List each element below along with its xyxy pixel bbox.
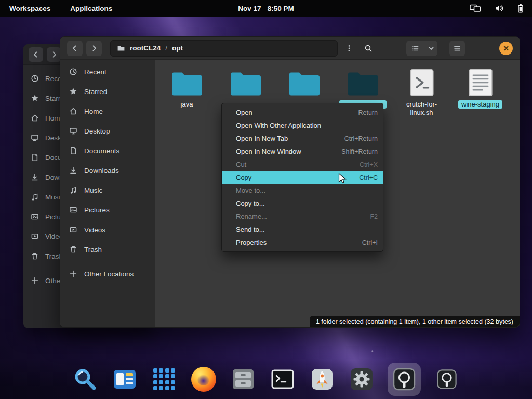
menu-item-open-in-new-tab[interactable]: Open In New TabCtrl+Return (222, 132, 383, 145)
dock-item-firefox[interactable] (190, 366, 217, 393)
trash-icon (31, 252, 39, 260)
files-app-icon (112, 367, 137, 392)
shortcut-label: Ctrl+I (362, 239, 378, 246)
hamburger-icon (453, 44, 461, 52)
sidebar-item-documents[interactable]: Documents (60, 141, 155, 161)
sidebar-item-label: Home (84, 108, 103, 115)
dock-item-app-grid[interactable] (151, 366, 178, 393)
sidebar-item-trash[interactable]: Trash (60, 240, 155, 259)
sidebar-item-recent[interactable]: Recent (60, 62, 155, 82)
drawer-app-icon (231, 367, 256, 392)
status-bar: 1 folder selected (containing 1 item), 1… (310, 316, 520, 328)
sidebar-item-other-locations[interactable]: Other Locations (60, 264, 155, 284)
top-bar: Workspaces Applications Nov 17 8:50 PM (0, 0, 532, 17)
context-menu: OpenReturn Open With Other Application O… (221, 103, 383, 252)
headerbar[interactable]: rootCL24 / opt — ✕ (60, 37, 520, 60)
back-arrow-icon (71, 44, 79, 52)
applications-button[interactable]: Applications (70, 5, 112, 12)
list-view-button[interactable] (406, 41, 424, 56)
desktop-icon (69, 127, 77, 135)
sidebar-item-label: Trash (84, 246, 102, 254)
system-tray (470, 4, 532, 13)
home-icon (31, 114, 39, 122)
sidebar-item-label: Pictures (84, 206, 110, 214)
sidebar-item-label: Other Locations (84, 270, 134, 278)
text-file-icon (469, 68, 493, 97)
dock-item-loupe-active[interactable] (388, 363, 421, 396)
search-button[interactable] (361, 41, 376, 56)
menu-item-send-to[interactable]: Send to... (222, 223, 383, 236)
video-icon (69, 225, 77, 234)
list-view-icon (411, 44, 419, 52)
file-item-wine-staging[interactable]: wine-staging (454, 66, 507, 117)
sidebar: Recent Starred Home Desktop Documents Do… (60, 60, 155, 328)
menu-item-open-with-other-application[interactable]: Open With Other Application (222, 119, 383, 132)
file-item-java[interactable]: java (161, 66, 213, 117)
clock-icon (31, 74, 39, 83)
file-label: java (181, 100, 193, 109)
displays-icon[interactable] (470, 4, 481, 13)
picture-icon (69, 206, 77, 214)
forward-arrow-icon (90, 44, 98, 52)
sidebar-item-music[interactable]: Music (60, 180, 155, 200)
folder-icon (170, 70, 204, 97)
dock-item-loupe-2[interactable] (433, 366, 460, 393)
dock-item-terminal[interactable] (269, 366, 296, 393)
menu-item-properties[interactable]: PropertiesCtrl+I (222, 236, 383, 249)
download-icon (31, 173, 39, 181)
clock-time: 8:50 PM (268, 5, 294, 12)
dock-item-settings[interactable] (348, 366, 375, 393)
sidebar-item-videos[interactable]: Videos (60, 220, 155, 240)
breadcrumb-root[interactable]: rootCL24 (130, 44, 161, 52)
menu-item-open[interactable]: OpenReturn (222, 106, 383, 119)
terminal-icon (270, 367, 295, 392)
shortcut-label: Ctrl+X (360, 161, 378, 168)
clock-button[interactable]: Nov 17 8:50 PM (238, 5, 294, 12)
back-button[interactable] (67, 41, 83, 56)
workspaces-button[interactable]: Workspaces (9, 5, 50, 12)
forward-button[interactable] (86, 41, 102, 56)
dock-item-files-app[interactable] (111, 366, 138, 393)
menu-item-copy-to[interactable]: Copy to... (222, 197, 383, 210)
close-button[interactable]: ✕ (499, 42, 513, 55)
shell-script-icon (410, 68, 434, 97)
breadcrumb-current[interactable]: opt (172, 44, 183, 52)
folder-icon (117, 44, 125, 52)
dock-item-shop[interactable] (309, 366, 336, 393)
file-item-crutch-for-linux-sh[interactable]: crutch-for-linux.sh (395, 66, 448, 117)
dock-item-magnifier[interactable] (72, 366, 99, 393)
menu-item-copy[interactable]: CopyCtrl+C (222, 171, 383, 184)
breadcrumb[interactable]: rootCL24 / opt (110, 40, 338, 57)
music-note-icon (69, 186, 77, 194)
sidebar-item-home[interactable]: Home (60, 101, 155, 121)
menu-item-rename: Rename...F2 (222, 210, 383, 223)
path-options-button[interactable] (341, 41, 357, 56)
dock-item-drawer[interactable] (230, 366, 257, 393)
desktop-icon (31, 134, 39, 142)
battery-icon[interactable] (517, 4, 524, 13)
dock (0, 360, 532, 399)
hamburger-menu-button[interactable] (449, 41, 465, 56)
shortcut-label: Return (358, 109, 378, 116)
minimize-button[interactable]: — (476, 44, 489, 52)
app-grid-icon (153, 368, 176, 391)
sidebar-item-desktop[interactable]: Desktop (60, 121, 155, 141)
sidebar-item-pictures[interactable]: Pictures (60, 200, 155, 220)
music-note-icon (31, 193, 39, 201)
top-bar-left: Workspaces Applications (0, 5, 112, 12)
chevron-down-icon (427, 44, 435, 52)
shortcut-label: Ctrl+Return (344, 135, 378, 142)
shortcut-label: Shift+Return (341, 148, 378, 155)
firefox-icon (191, 367, 216, 392)
volume-icon[interactable] (495, 4, 504, 12)
back-button[interactable] (29, 47, 43, 62)
clock-date: Nov 17 (238, 5, 261, 12)
video-icon (31, 232, 39, 241)
menu-item-open-in-new-window[interactable]: Open In New WindowShift+Return (222, 145, 383, 158)
sidebar-item-starred[interactable]: Starred (60, 82, 155, 101)
shortcut-label: F2 (370, 213, 378, 220)
sidebar-item-label: Recent (84, 68, 107, 76)
forward-button[interactable] (47, 47, 61, 62)
sidebar-item-downloads[interactable]: Downloads (60, 161, 155, 180)
view-options-button[interactable] (424, 41, 437, 56)
